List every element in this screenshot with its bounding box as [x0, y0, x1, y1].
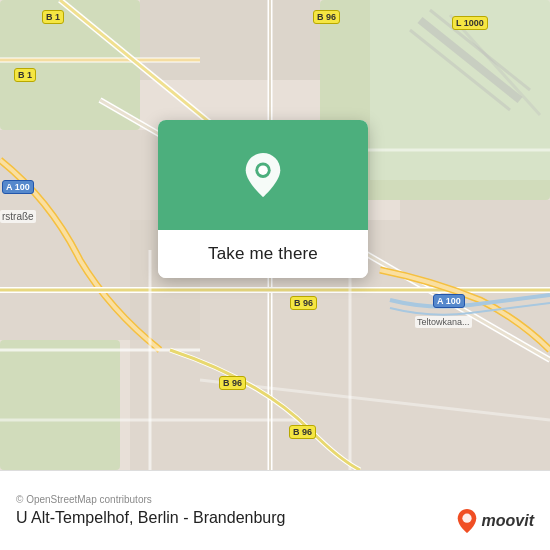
- road-label-teltowkanal: Teltowkana...: [415, 316, 472, 328]
- road-label-b1-top: B 1: [42, 10, 64, 24]
- card-map-portion: [158, 120, 368, 230]
- moovit-pin-icon: [456, 508, 478, 534]
- map-container: B 1 B 1 A 100 B 96 L 1000 B 96 A 100 B 9…: [0, 0, 550, 470]
- road-label-a100-left: A 100: [2, 180, 34, 194]
- attribution-text: © OpenStreetMap contributors: [16, 494, 534, 505]
- take-me-there-button[interactable]: Take me there: [158, 230, 368, 278]
- svg-point-30: [258, 165, 268, 175]
- svg-rect-3: [0, 340, 120, 470]
- road-label-l1000: L 1000: [452, 16, 488, 30]
- road-label-b96-top: B 96: [313, 10, 340, 24]
- overlay-card: Take me there: [158, 120, 368, 278]
- svg-rect-7: [400, 200, 550, 470]
- svg-rect-4: [140, 0, 320, 80]
- road-label-a100-right: A 100: [433, 294, 465, 308]
- road-label-b96-bot2: B 96: [289, 425, 316, 439]
- svg-point-31: [462, 514, 471, 523]
- bottom-bar: © OpenStreetMap contributors U Alt-Tempe…: [0, 470, 550, 550]
- road-label-strasse: rstraße: [0, 210, 36, 223]
- road-label-b1-left: B 1: [14, 68, 36, 82]
- moovit-logo: moovit: [456, 508, 534, 534]
- moovit-brand-text: moovit: [482, 512, 534, 530]
- road-label-b96-mid: B 96: [290, 296, 317, 310]
- road-label-b96-bot1: B 96: [219, 376, 246, 390]
- location-pin-icon: [243, 151, 283, 199]
